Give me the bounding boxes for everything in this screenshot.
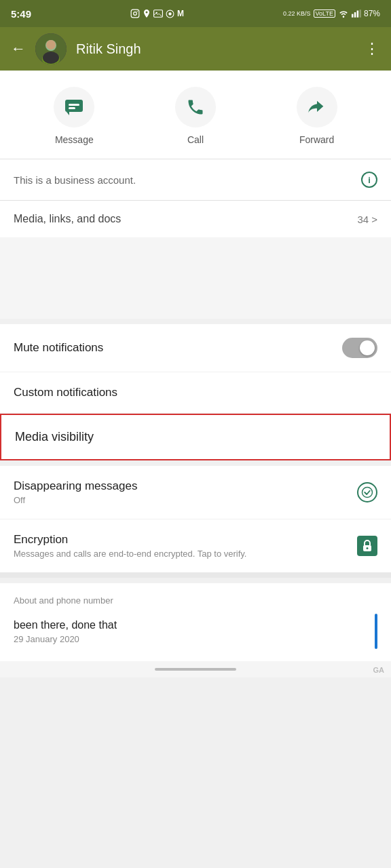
back-button[interactable]: ← xyxy=(11,40,26,58)
spacer-area xyxy=(0,237,391,319)
lock-svg xyxy=(362,540,373,552)
media-count: 34 > xyxy=(357,214,377,225)
svg-point-6 xyxy=(168,12,171,15)
message-icon xyxy=(64,98,84,116)
more-options-button[interactable]: ⋮ xyxy=(365,40,380,58)
call-icon xyxy=(186,98,205,117)
instagram-icon xyxy=(130,9,140,18)
about-row[interactable]: been there, done that 29 January 2020 xyxy=(14,614,377,649)
svg-rect-8 xyxy=(354,12,356,18)
encryption-label: Encryption xyxy=(14,533,349,547)
svg-point-15 xyxy=(43,52,59,64)
disappearing-icon xyxy=(357,482,377,502)
contact-name: Ritik Singh xyxy=(76,41,355,57)
disappearing-messages-row[interactable]: Disappearing messages Off xyxy=(0,466,391,519)
status-time: 5:49 xyxy=(11,8,31,20)
m-icon: M xyxy=(177,9,184,18)
svg-rect-18 xyxy=(69,107,75,109)
forward-icon-circle xyxy=(297,87,337,127)
svg-rect-0 xyxy=(131,9,139,18)
thick-divider xyxy=(0,572,391,578)
svg-point-1 xyxy=(134,12,137,16)
watermark: GA xyxy=(373,666,385,674)
info-icon[interactable]: i xyxy=(361,172,377,188)
avatar-svg xyxy=(35,33,67,64)
forward-icon xyxy=(308,98,327,117)
avatar[interactable] xyxy=(35,33,67,64)
svg-point-2 xyxy=(137,11,138,12)
blue-indicator xyxy=(375,614,377,649)
call-label: Call xyxy=(187,134,204,145)
encryption-row[interactable]: Encryption Messages and calls are end-to… xyxy=(0,519,391,572)
volte-badge: VoLTE xyxy=(314,9,335,18)
message-action[interactable]: Message xyxy=(54,87,94,145)
custom-notifications-label: Custom notifications xyxy=(14,386,117,399)
svg-point-21 xyxy=(367,547,369,549)
disappearing-value: Off xyxy=(14,495,137,505)
call-icon-circle xyxy=(175,87,216,127)
contact-header: ← Ritik Singh ⋮ xyxy=(0,27,391,71)
about-content: been there, done that 29 January 2020 xyxy=(14,619,117,644)
message-label: Message xyxy=(55,134,94,145)
media-label: Media, links, and docs xyxy=(14,213,121,225)
message-icon-circle xyxy=(54,87,94,127)
navigation-handle xyxy=(155,668,236,671)
svg-rect-9 xyxy=(357,11,359,18)
check-circle-icon xyxy=(361,486,373,498)
encryption-desc: Messages and calls are end-to-end encryp… xyxy=(14,549,349,559)
forward-label: Forward xyxy=(299,134,334,145)
about-status: been there, done that xyxy=(14,619,117,631)
location-icon xyxy=(143,9,151,18)
wifi-icon xyxy=(338,9,349,18)
encryption-content: Encryption Messages and calls are end-to… xyxy=(14,533,357,559)
status-right: 0.22 KB/S VoLTE 87% xyxy=(283,9,380,18)
forward-action[interactable]: Forward xyxy=(297,87,337,145)
about-section: About and phone number been there, done … xyxy=(0,583,391,661)
disappearing-messages-content: Disappearing messages Off xyxy=(14,479,137,505)
status-icons: M xyxy=(130,9,184,18)
signal-icon xyxy=(352,9,361,18)
bottom-bar: GA xyxy=(0,661,391,677)
custom-notifications-row[interactable]: Custom notifications xyxy=(0,372,391,414)
disappearing-label: Disappearing messages xyxy=(14,479,137,493)
svg-rect-17 xyxy=(69,104,79,106)
about-date: 29 January 2020 xyxy=(14,634,117,644)
call-action[interactable]: Call xyxy=(175,87,216,145)
business-account-row: This is a business account. i xyxy=(0,159,391,200)
mute-label: Mute notifications xyxy=(14,341,103,355)
network-speed: 0.22 KB/S xyxy=(283,10,311,18)
contact-actions: Message Call Forward xyxy=(0,71,391,159)
mute-toggle[interactable] xyxy=(342,338,377,358)
avatar-image xyxy=(35,33,67,64)
settings-section-2: Disappearing messages Off Encryption Mes… xyxy=(0,466,391,572)
media-visibility-row[interactable]: Media visibility xyxy=(0,414,391,460)
about-section-label: About and phone number xyxy=(14,595,377,606)
svg-point-14 xyxy=(46,40,56,50)
image-icon xyxy=(153,9,163,18)
battery-level: 87% xyxy=(364,9,380,18)
lock-icon xyxy=(357,536,377,556)
settings-section: Mute notifications Custom notifications xyxy=(0,324,391,414)
svg-rect-10 xyxy=(359,9,361,17)
status-bar: 5:49 M 0.22 KB/S VoLTE 87% xyxy=(0,0,391,27)
media-row[interactable]: Media, links, and docs 34 > xyxy=(0,201,391,237)
record-icon xyxy=(166,9,174,18)
mute-notifications-row[interactable]: Mute notifications xyxy=(0,324,391,372)
svg-rect-7 xyxy=(352,14,354,18)
media-visibility-label: Media visibility xyxy=(15,430,94,444)
svg-point-19 xyxy=(362,488,373,498)
business-account-text: This is a business account. xyxy=(14,174,136,186)
